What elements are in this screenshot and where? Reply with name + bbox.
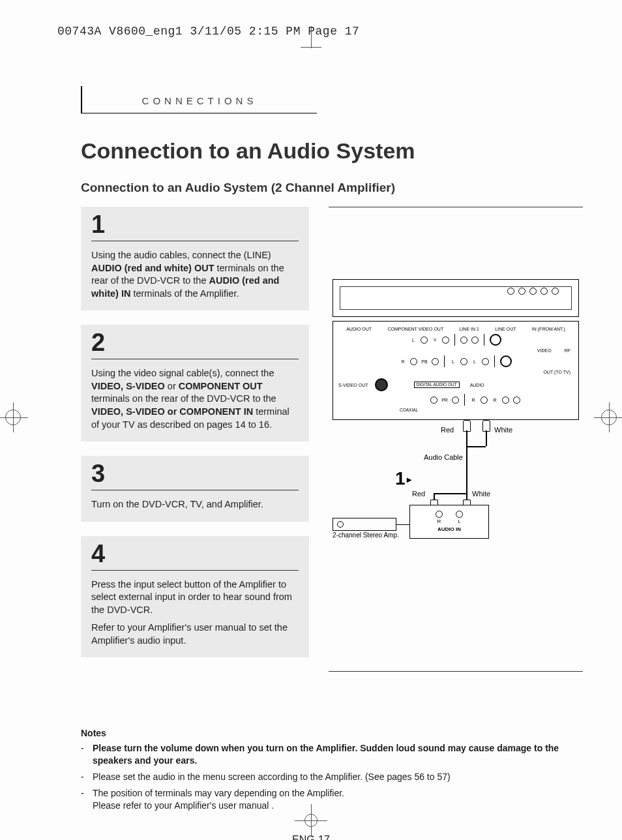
label-audio-cable: Audio Cable: [424, 454, 463, 461]
jack-label: PR: [441, 398, 448, 402]
amplifier-rear-icon: R L AUDIO IN: [409, 505, 489, 539]
section-tab: CONNECTIONS: [81, 86, 317, 113]
note-item: -Please set the audio in the menu screen…: [81, 771, 583, 783]
diagram-column: AUDIO OUT COMPONENT VIDEO OUT LINE IN 1 …: [329, 207, 583, 672]
jack-label: L: [456, 519, 463, 524]
note-text: Please turn the volume down when you tur…: [93, 742, 583, 767]
label-red: Red: [412, 490, 425, 498]
svideo-jack-icon: [375, 378, 388, 391]
notes-heading: Notes: [81, 728, 583, 738]
crop-mark-icon: [304, 814, 318, 827]
label-svideo: S-VIDEO OUT: [338, 383, 368, 387]
page-title: Connection to an Audio System: [81, 138, 583, 164]
step-number: 1: [91, 212, 299, 241]
step-block: 2Using the video signal cable(s), connec…: [81, 325, 309, 442]
jack-label: R: [492, 398, 498, 402]
registration-mark-icon: [5, 410, 21, 425]
label-digital-audio-out: DIGITAL AUDIO OUT: [414, 382, 460, 389]
jack-label: L: [410, 338, 417, 342]
step-block: 1Using the audio cables, connect the (LI…: [81, 207, 309, 310]
manual-page: 00743A V8600_eng1 3/11/05 2:15 PM Page 1…: [0, 0, 622, 840]
step-number: 3: [91, 461, 299, 490]
step-number: 2: [91, 330, 299, 359]
jack-label: Y: [432, 338, 438, 342]
label-audio-in: AUDIO IN: [410, 527, 488, 532]
label-in-ant: IN (FROM ANT.): [532, 327, 565, 331]
label-audio-out: AUDIO OUT: [346, 327, 372, 331]
note-item: -Please turn the volume down when you tu…: [81, 742, 583, 767]
jack-label: R: [470, 398, 477, 402]
jack-label: R: [400, 359, 406, 364]
label-white: White: [494, 427, 512, 434]
label-line-out: LINE OUT: [495, 327, 516, 331]
note-text: Please set the audio in the menu screen …: [93, 771, 451, 783]
step-text: Turn on the DVD-VCR, TV, and Amplifier.: [91, 498, 299, 511]
step-block: 4Press the input select button of the Am…: [81, 536, 309, 658]
cable-diagram: Red White Audio Cable 1 Red White: [333, 420, 579, 550]
notes-section: Notes -Please turn the volume down when …: [81, 728, 583, 811]
label-white: White: [472, 490, 490, 498]
label-coaxial: COAXIAL: [400, 408, 573, 413]
registration-mark-icon: [601, 410, 617, 425]
jack-label: R: [436, 519, 443, 524]
label-out-tv: OUT (TO TV): [543, 370, 570, 374]
step-number: 4: [91, 541, 299, 571]
amplifier-caption: 2-channel Stereo Amp.: [333, 532, 399, 539]
note-text: The position of terminals may vary depen…: [93, 787, 344, 812]
page-subtitle: Connection to an Audio System (2 Channel…: [81, 181, 583, 195]
label-audio: AUDIO: [470, 383, 484, 387]
label-rf: RF: [565, 348, 570, 353]
label-component-out: COMPONENT VIDEO OUT: [387, 327, 443, 331]
label-line-in: LINE IN 1: [460, 327, 479, 331]
note-item: -The position of terminals may vary depe…: [81, 787, 583, 812]
jack-label: L: [471, 359, 478, 364]
step-text: Using the audio cables, connect the (LIN…: [91, 249, 299, 300]
connection-diagram: AUDIO OUT COMPONENT VIDEO OUT LINE IN 1 …: [329, 279, 583, 550]
step-marker-icon: 1: [395, 470, 411, 488]
label-video: VIDEO: [537, 348, 552, 353]
step-text: Press the input select button of the Amp…: [91, 578, 299, 617]
amplifier-front-icon: [333, 518, 396, 531]
print-header: 00743A V8600_eng1 3/11/05 2:15 PM Page 1…: [57, 25, 583, 38]
steps-column: 1Using the audio cables, connect the (LI…: [81, 207, 309, 672]
step-block: 3Turn on the DVD-VCR, TV, and Amplifier.: [81, 456, 309, 522]
step-text: Using the video signal cable(s), connect…: [91, 367, 299, 431]
dvd-vcr-backpanel-icon: AUDIO OUT COMPONENT VIDEO OUT LINE IN 1 …: [333, 321, 579, 420]
label-red: Red: [441, 427, 454, 434]
crop-mark-icon: [311, 26, 312, 48]
jack-label: PB: [421, 359, 428, 364]
jack-label: L: [450, 359, 456, 364]
dvd-vcr-top-icon: [333, 279, 579, 317]
step-text: Refer to your Amplifier's user manual to…: [91, 622, 299, 647]
